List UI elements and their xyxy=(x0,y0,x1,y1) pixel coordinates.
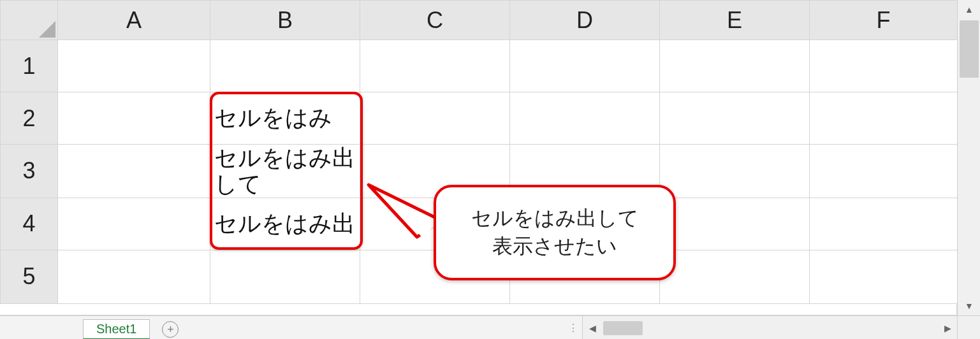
cell-C2[interactable] xyxy=(360,92,510,145)
cell-C1[interactable] xyxy=(360,40,510,92)
cell-D2[interactable] xyxy=(510,92,660,145)
column-header-E[interactable]: E xyxy=(660,1,810,40)
callout-annotation: セルをはみ出して 表示させたい xyxy=(434,185,676,280)
cell-B1[interactable] xyxy=(210,40,360,92)
row-header-5[interactable]: 5 xyxy=(1,250,58,303)
cell-F5[interactable] xyxy=(810,250,958,303)
row-header-3[interactable]: 3 xyxy=(1,145,58,198)
cell-A4[interactable] xyxy=(58,198,210,250)
cell-A3[interactable] xyxy=(58,145,210,198)
scroll-left-button[interactable]: ◀ xyxy=(583,319,602,337)
cell-A1[interactable] xyxy=(58,40,210,92)
svg-marker-0 xyxy=(39,21,55,38)
callout-line2: 表示させたい xyxy=(492,233,617,261)
sheet-tab-1[interactable]: Sheet1 xyxy=(83,319,150,339)
cell-A2[interactable] xyxy=(58,92,210,145)
row-header-2[interactable]: 2 xyxy=(1,92,58,145)
column-header-D[interactable]: D xyxy=(510,1,660,40)
cell-F3[interactable] xyxy=(810,145,958,198)
callout-tail-icon xyxy=(366,182,442,240)
select-all-corner[interactable] xyxy=(1,1,58,40)
scroll-right-button[interactable]: ▶ xyxy=(938,319,957,337)
cell-F2[interactable] xyxy=(810,92,958,145)
scroll-down-button[interactable]: ▼ xyxy=(958,296,980,315)
column-header-B[interactable]: B xyxy=(210,1,360,40)
scrollbar-corner xyxy=(957,316,980,339)
vertical-scrollbar-thumb[interactable] xyxy=(960,20,979,78)
column-header-C[interactable]: C xyxy=(360,1,510,40)
callout-line1: セルをはみ出して xyxy=(471,205,639,233)
cell-E4[interactable] xyxy=(660,198,810,250)
scroll-up-button[interactable]: ▲ xyxy=(958,0,980,19)
vertical-scrollbar[interactable]: ▲ ▼ xyxy=(957,0,980,315)
column-header-F[interactable]: F xyxy=(810,1,958,40)
horizontal-scrollbar[interactable]: ◀ ▶ xyxy=(582,316,957,339)
plus-icon: + xyxy=(162,321,179,338)
cell-B2[interactable]: セルをはみ xyxy=(210,92,360,145)
column-header-A[interactable]: A xyxy=(58,1,210,40)
row-header-1[interactable]: 1 xyxy=(1,40,58,92)
tab-strip-gripper[interactable]: ⋮ xyxy=(564,316,582,339)
cell-E3[interactable] xyxy=(660,145,810,198)
cell-A5[interactable] xyxy=(58,250,210,303)
bottom-bar: Sheet1 + ⋮ ◀ ▶ xyxy=(0,315,980,339)
cell-B4[interactable]: セルをはみ出して表示する xyxy=(210,198,360,250)
horizontal-scrollbar-track[interactable] xyxy=(602,319,938,337)
horizontal-scrollbar-thumb[interactable] xyxy=(603,321,643,335)
cell-F4[interactable] xyxy=(810,198,958,250)
row-header-4[interactable]: 4 xyxy=(1,198,58,250)
cell-B5[interactable] xyxy=(210,250,360,303)
cell-B3[interactable]: セルをはみ出して xyxy=(210,145,360,198)
cell-F1[interactable] xyxy=(810,40,958,92)
sheet-tab-strip: Sheet1 + xyxy=(0,316,184,339)
worksheet-grid[interactable]: A B C D E F 1 2 セルをはみ xyxy=(0,0,957,315)
cell-E5[interactable] xyxy=(660,250,810,303)
new-sheet-button[interactable]: + xyxy=(156,319,184,339)
cell-D1[interactable] xyxy=(510,40,660,92)
cell-E2[interactable] xyxy=(660,92,810,145)
cell-E1[interactable] xyxy=(660,40,810,92)
